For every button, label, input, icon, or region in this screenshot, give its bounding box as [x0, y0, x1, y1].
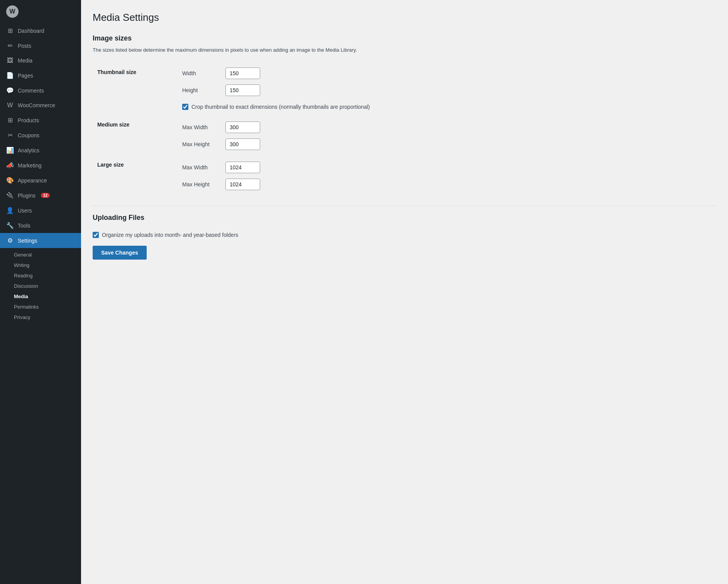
medium-height-row: Max Height	[182, 138, 712, 150]
medium-fields: Max Width Max Height	[182, 122, 712, 150]
large-max-width-label: Max Width	[182, 164, 221, 170]
thumbnail-width-row: Width	[182, 68, 712, 79]
settings-icon: ⚙	[6, 237, 14, 244]
thumbnail-row: Thumbnail size Width Height Crop thumbna…	[93, 64, 716, 114]
appearance-icon: 🎨	[6, 177, 14, 184]
marketing-icon: 📣	[6, 162, 14, 169]
submenu-item-reading[interactable]: Reading	[0, 270, 81, 281]
crop-thumbnail-checkbox[interactable]	[182, 104, 188, 110]
organize-uploads-row: Organize my uploads into month- and year…	[93, 232, 716, 238]
comments-icon: 💬	[6, 87, 14, 94]
large-width-row: Max Width	[182, 162, 712, 173]
medium-label: Medium size	[97, 122, 129, 128]
thumbnail-height-row: Height	[182, 84, 712, 96]
image-sizes-description: The sizes listed below determine the max…	[93, 46, 716, 54]
save-changes-button[interactable]: Save Changes	[93, 246, 147, 260]
sidebar-item-comments[interactable]: 💬 Comments	[0, 83, 81, 98]
medium-width-row: Max Width	[182, 122, 712, 133]
submenu-item-discussion[interactable]: Discussion	[0, 281, 81, 291]
organize-uploads-label: Organize my uploads into month- and year…	[102, 232, 238, 238]
sidebar-item-label: Settings	[18, 238, 37, 244]
settings-submenu: GeneralWritingReadingDiscussionMediaPerm…	[0, 248, 81, 324]
thumbnail-width-label: Width	[182, 70, 221, 76]
page-title: Media Settings	[93, 12, 716, 24]
sidebar-item-label: Comments	[18, 88, 44, 94]
image-sizes-title: Image sizes	[93, 34, 716, 42]
thumbnail-label: Thumbnail size	[97, 69, 136, 75]
products-icon: ⊞	[6, 116, 14, 124]
sidebar-item-settings[interactable]: ⚙ Settings	[0, 233, 81, 248]
submenu-item-permalinks[interactable]: Permalinks	[0, 302, 81, 312]
image-sizes-table: Thumbnail size Width Height Crop thumbna…	[93, 64, 716, 194]
sidebar-item-plugins[interactable]: 🔌 Plugins 12	[0, 188, 81, 203]
plugins-icon: 🔌	[6, 192, 14, 199]
sidebar-item-label: Appearance	[18, 177, 47, 184]
large-height-row: Max Height	[182, 179, 712, 190]
submenu-item-media[interactable]: Media	[0, 291, 81, 302]
sidebar-item-label: Tools	[18, 223, 30, 229]
medium-width-input[interactable]	[225, 122, 260, 133]
large-max-height-label: Max Height	[182, 181, 221, 187]
sidebar-item-analytics[interactable]: 📊 Analytics	[0, 143, 81, 158]
large-row: Large size Max Width Max Height	[93, 154, 716, 194]
sidebar-item-tools[interactable]: 🔧 Tools	[0, 218, 81, 233]
thumbnail-width-input[interactable]	[225, 68, 260, 79]
sidebar-item-woocommerce[interactable]: W WooCommerce	[0, 98, 81, 113]
section-divider	[93, 206, 716, 206]
organize-uploads-checkbox[interactable]	[93, 232, 99, 238]
sidebar-item-label: WooCommerce	[18, 102, 55, 108]
sidebar-item-label: Plugins	[18, 192, 36, 199]
sidebar-item-label: Marketing	[18, 162, 41, 169]
sidebar-item-label: Coupons	[18, 132, 39, 138]
sidebar-item-pages[interactable]: 📄 Pages	[0, 68, 81, 83]
sidebar-item-coupons[interactable]: ✂ Coupons	[0, 128, 81, 143]
uploading-files-title: Uploading Files	[93, 214, 716, 222]
medium-max-height-label: Max Height	[182, 141, 221, 147]
sidebar-item-media[interactable]: 🖼 Media	[0, 53, 81, 68]
wp-logo-icon: W	[6, 5, 19, 18]
sidebar-item-label: Dashboard	[18, 28, 44, 34]
sidebar-logo: W	[0, 0, 81, 23]
woocommerce-icon: W	[6, 102, 14, 109]
crop-thumbnail-label: Crop thumbnail to exact dimensions (norm…	[191, 104, 370, 110]
large-height-input[interactable]	[225, 179, 260, 190]
badge-plugins: 12	[41, 193, 50, 198]
sidebar-item-label: Users	[18, 208, 32, 214]
submenu-item-privacy[interactable]: Privacy	[0, 312, 81, 322]
sidebar-item-label: Analytics	[18, 147, 39, 154]
large-fields: Max Width Max Height	[182, 162, 712, 190]
pages-icon: 📄	[6, 72, 14, 79]
thumbnail-fields: Width Height Crop thumbnail to exact dim…	[182, 68, 712, 110]
sidebar-item-label: Products	[18, 117, 39, 123]
submenu-item-writing[interactable]: Writing	[0, 260, 81, 270]
sidebar-item-posts[interactable]: ✏ Posts	[0, 38, 81, 53]
sidebar-nav: ⊞ Dashboard ✏ Posts 🖼 Media 📄 Pages 💬 Co…	[0, 23, 81, 248]
sidebar-item-users[interactable]: 👤 Users	[0, 203, 81, 218]
medium-row: Medium size Max Width Max Height	[93, 114, 716, 154]
media-icon: 🖼	[6, 57, 14, 64]
uploading-files-section: Uploading Files Organize my uploads into…	[93, 214, 716, 238]
sidebar-item-label: Pages	[18, 73, 33, 79]
tools-icon: 🔧	[6, 222, 14, 229]
large-label: Large size	[97, 162, 124, 168]
sidebar-item-products[interactable]: ⊞ Products	[0, 113, 81, 128]
medium-height-input[interactable]	[225, 138, 260, 150]
dashboard-icon: ⊞	[6, 27, 14, 34]
coupons-icon: ✂	[6, 132, 14, 139]
submenu-item-general[interactable]: General	[0, 250, 81, 260]
sidebar-item-dashboard[interactable]: ⊞ Dashboard	[0, 23, 81, 38]
thumbnail-height-input[interactable]	[225, 84, 260, 96]
large-width-input[interactable]	[225, 162, 260, 173]
users-icon: 👤	[6, 207, 14, 214]
medium-max-width-label: Max Width	[182, 124, 221, 130]
posts-icon: ✏	[6, 42, 14, 49]
sidebar-item-label: Media	[18, 57, 32, 64]
analytics-icon: 📊	[6, 147, 14, 154]
sidebar-item-appearance[interactable]: 🎨 Appearance	[0, 173, 81, 188]
sidebar-item-marketing[interactable]: 📣 Marketing	[0, 158, 81, 173]
thumbnail-height-label: Height	[182, 87, 221, 93]
crop-checkbox-row: Crop thumbnail to exact dimensions (norm…	[182, 104, 712, 110]
sidebar-item-label: Posts	[18, 43, 31, 49]
